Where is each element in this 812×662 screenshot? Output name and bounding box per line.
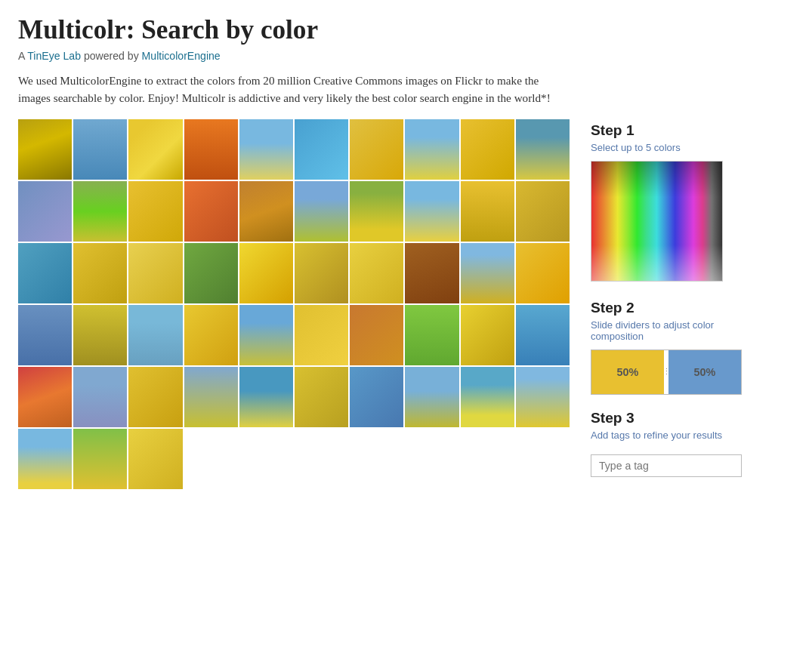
mosaic-cell — [239, 367, 293, 427]
color-picker[interactable] — [591, 161, 723, 282]
step3-title: Step 3 — [591, 410, 757, 426]
mosaic-cell — [350, 367, 403, 427]
mosaic-grid — [18, 119, 570, 613]
main-layout: Step 1 Select up to 5 colors Step 2 Slid… — [18, 119, 794, 613]
mosaic-cell — [516, 181, 570, 242]
mosaic-cell — [18, 305, 72, 365]
mosaic-cell — [128, 181, 182, 242]
mosaic-cell — [184, 119, 238, 180]
image-mosaic — [18, 119, 570, 613]
mosaic-cell — [295, 181, 348, 242]
mosaic-cell — [73, 429, 127, 489]
mosaic-cell — [73, 119, 127, 180]
mosaic-cell — [350, 243, 403, 303]
step3-desc: Add tags to refine your results — [591, 430, 757, 441]
mosaic-cell — [128, 429, 182, 489]
mosaic-cell — [350, 305, 403, 365]
subtitle: A TinEye Lab powered by MulticolorEngine — [18, 50, 794, 62]
mosaic-cell — [405, 243, 458, 303]
page-title: Multicolr: Search by color — [18, 15, 794, 45]
mosaic-cell — [18, 367, 72, 427]
mosaic-cell — [128, 305, 182, 365]
mosaic-cell — [239, 243, 293, 303]
mosaic-cell — [461, 367, 514, 427]
mosaic-cell — [405, 305, 458, 365]
mosaic-cell — [295, 119, 348, 180]
mosaic-cell — [239, 119, 293, 180]
mosaic-cell — [295, 243, 348, 303]
mosaic-cell — [350, 181, 403, 242]
mosaic-cell — [405, 367, 458, 427]
step1-title: Step 1 — [591, 122, 757, 139]
mosaic-cell — [18, 243, 72, 303]
mosaic-cell — [18, 429, 72, 489]
mosaic-cell — [73, 367, 127, 427]
mosaic-cell — [516, 305, 570, 365]
mosaic-cell — [461, 181, 514, 242]
mosaic-cell — [73, 305, 127, 365]
mosaic-cell — [239, 305, 293, 365]
sidebar: Step 1 Select up to 5 colors Step 2 Slid… — [591, 119, 757, 477]
mosaic-cell — [516, 119, 570, 180]
mosaic-cell — [461, 243, 514, 303]
engine-link[interactable]: MulticolorEngine — [142, 50, 221, 62]
mosaic-cell — [184, 243, 238, 303]
mosaic-cell — [184, 305, 238, 365]
mosaic-cell — [184, 367, 238, 427]
mosaic-cell — [516, 367, 570, 427]
color-composition-slider[interactable]: 50% ⋮ 50% — [591, 349, 742, 395]
mosaic-cell — [18, 119, 72, 180]
mosaic-cell — [73, 243, 127, 303]
description: We used MulticolorEngine to extract the … — [18, 72, 570, 107]
step1-section: Step 1 Select up to 5 colors — [591, 122, 757, 282]
mosaic-cell — [350, 119, 403, 180]
mosaic-cell — [184, 181, 238, 242]
color-bar-blue: 50% — [668, 350, 741, 394]
mosaic-cell — [461, 119, 514, 180]
mosaic-cell — [405, 181, 458, 242]
step3-section: Step 3 Add tags to refine your results — [591, 410, 757, 477]
tag-input[interactable] — [591, 454, 742, 477]
mosaic-cell — [516, 243, 570, 303]
mosaic-cell — [405, 119, 458, 180]
step2-title: Step 2 — [591, 300, 757, 316]
step2-section: Step 2 Slide dividers to adjust color co… — [591, 300, 757, 395]
mosaic-cell — [461, 305, 514, 365]
mosaic-cell — [18, 181, 72, 242]
step1-desc: Select up to 5 colors — [591, 142, 757, 153]
mosaic-cell — [295, 367, 348, 427]
tineye-link[interactable]: TinEye Lab — [27, 50, 81, 62]
mosaic-cell — [73, 181, 127, 242]
mosaic-cell — [128, 119, 182, 180]
mosaic-cell — [128, 243, 182, 303]
color-bar-yellow: 50% — [591, 350, 664, 394]
mosaic-cell — [295, 305, 348, 365]
mosaic-cell — [239, 181, 293, 242]
mosaic-cell — [128, 367, 182, 427]
step2-desc: Slide dividers to adjust color compositi… — [591, 319, 757, 342]
